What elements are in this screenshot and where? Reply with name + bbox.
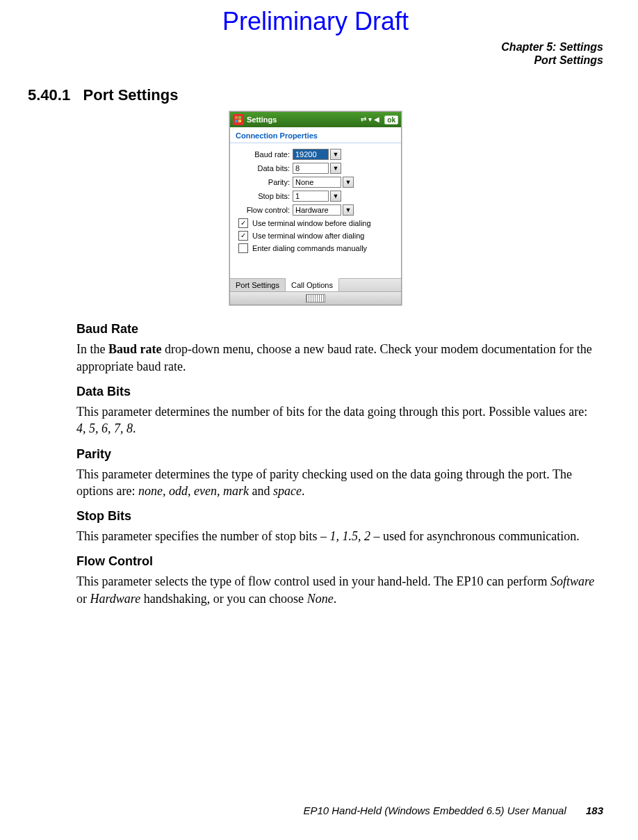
chapter-line-1: Chapter 5: Settings (28, 40, 603, 54)
stop-bits-dropdown[interactable]: 1 (293, 191, 329, 202)
data-bits-label: Data bits: (236, 164, 293, 172)
form-area: Baud rate: 19200 ▼ Data bits: 8 ▼ Parity… (230, 143, 401, 259)
panel-title: Connection Properties (230, 127, 401, 143)
stop-bits-label: Stop bits: (236, 192, 293, 200)
svg-rect-2 (235, 120, 238, 122)
checkbox-manual-dialing[interactable]: Enter dialing commands manually (238, 243, 395, 253)
checkbox-icon[interactable]: ✓ (238, 218, 248, 228)
checkbox-label: Use terminal window after dialing (252, 232, 364, 240)
checkbox-before-dialing[interactable]: ✓ Use terminal window before dialing (238, 218, 395, 228)
system-tray: ⇄ ▾ ◀ (361, 116, 379, 123)
manual-title: EP10 Hand-Held (Windows Embedded 6.5) Us… (303, 805, 566, 816)
chevron-down-icon[interactable]: ▼ (330, 163, 341, 174)
bottom-tabbar: Port Settings Call Options (230, 278, 401, 291)
window-titlebar: Settings ⇄ ▾ ◀ ok (230, 112, 401, 127)
svg-rect-3 (238, 120, 241, 122)
page-number: 183 (586, 805, 603, 816)
keyboard-icon[interactable] (306, 294, 325, 302)
svg-rect-1 (238, 116, 241, 119)
ok-button[interactable]: ok (384, 115, 398, 124)
checkbox-after-dialing[interactable]: ✓ Use terminal window after dialing (238, 231, 395, 241)
flow-control-dropdown[interactable]: Hardware (293, 204, 341, 216)
page-footer: EP10 Hand-Held (Windows Embedded 6.5) Us… (303, 805, 603, 816)
heading-baud-rate: Baud Rate (76, 322, 596, 337)
signal-icon[interactable]: ▾ (368, 116, 372, 123)
checkbox-label: Use terminal window before dialing (252, 219, 371, 227)
chevron-down-icon[interactable]: ▼ (330, 149, 341, 160)
chevron-down-icon[interactable]: ▼ (343, 204, 354, 216)
para-parity: This parameter determines the type of pa… (76, 466, 596, 500)
preliminary-draft-label: Preliminary Draft (28, 7, 603, 36)
para-baud-rate: In the Baud rate drop-down menu, choose … (76, 341, 596, 375)
tab-call-options[interactable]: Call Options (286, 278, 339, 291)
baud-rate-label: Baud rate: (236, 150, 293, 159)
flow-control-label: Flow control: (236, 206, 293, 214)
chapter-line-2: Port Settings (28, 54, 603, 67)
checkbox-label: Enter dialing commands manually (252, 244, 367, 252)
section-number: 5.40.1 (28, 86, 70, 104)
heading-flow-control: Flow Control (76, 554, 596, 569)
section-heading: 5.40.1 Port Settings (28, 86, 603, 104)
checkbox-icon[interactable] (238, 243, 248, 253)
chapter-header: Chapter 5: Settings Port Settings (28, 40, 603, 67)
heading-parity: Parity (76, 447, 596, 462)
para-data-bits: This parameter determines the number of … (76, 403, 596, 437)
section-title: Port Settings (83, 86, 179, 104)
heading-stop-bits: Stop Bits (76, 509, 596, 524)
port-settings-screenshot: Settings ⇄ ▾ ◀ ok Connection Properties … (229, 111, 402, 305)
sip-bar[interactable] (230, 291, 401, 305)
start-flag-icon[interactable] (233, 114, 244, 125)
heading-data-bits: Data Bits (76, 385, 596, 399)
parity-dropdown[interactable]: None (293, 177, 341, 188)
svg-rect-0 (235, 116, 238, 119)
connectivity-icon[interactable]: ⇄ (361, 116, 366, 123)
tab-port-settings[interactable]: Port Settings (230, 279, 286, 291)
checkbox-icon[interactable]: ✓ (238, 231, 248, 241)
baud-rate-dropdown[interactable]: 19200 (293, 149, 329, 160)
chevron-down-icon[interactable]: ▼ (343, 177, 354, 188)
para-flow-control: This parameter selects the type of flow … (76, 573, 596, 607)
window-title: Settings (247, 115, 277, 124)
chevron-down-icon[interactable]: ▼ (330, 191, 341, 202)
para-stop-bits: This parameter specifies the number of s… (76, 528, 596, 544)
parity-label: Parity: (236, 178, 293, 186)
volume-icon[interactable]: ◀ (374, 116, 379, 123)
data-bits-dropdown[interactable]: 8 (293, 163, 329, 174)
